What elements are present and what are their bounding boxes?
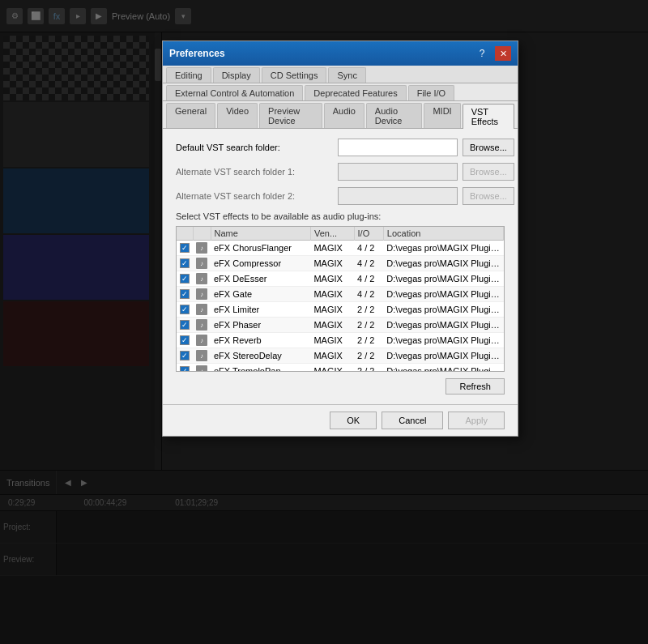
tab-audio[interactable]: Audio [324, 103, 364, 128]
ok-button[interactable]: OK [330, 412, 377, 429]
alt-vst2-input[interactable] [338, 187, 458, 205]
tabs-row-3: General Video Preview Device Audio Audio… [163, 101, 518, 129]
tab-external-control[interactable]: External Control & Automation [166, 85, 303, 100]
tab-video[interactable]: Video [217, 103, 258, 128]
checkbox-cell[interactable]: ✓ [177, 302, 193, 318]
vst-checkbox[interactable]: ✓ [180, 305, 190, 314]
vst-checkbox[interactable]: ✓ [180, 243, 190, 253]
refresh-btn-row: Refresh [176, 378, 505, 395]
th-io: I/O [354, 227, 383, 241]
plugin-icon: ♪ [196, 304, 207, 315]
plugin-icon-cell: ♪ [193, 271, 211, 287]
vst-checkbox[interactable]: ✓ [180, 335, 190, 345]
dialog-title: Preferences [169, 48, 225, 59]
vst-table-body: ✓ ♪ eFX ChorusFlanger MAGIX 4 / 2 D:\veg… [177, 241, 504, 373]
plugin-location: D:\vegas pro\MAGIX Plugins\es [383, 241, 503, 256]
table-row[interactable]: ✓ ♪ eFX StereoDelay MAGIX 2 / 2 D:\vegas… [177, 348, 504, 364]
tab-vst-effects[interactable]: VST Effects [463, 104, 514, 129]
vst-table-container[interactable]: Name Ven... I/O Location ✓ ♪ [176, 226, 505, 372]
tabs-row-2: External Control & Automation Deprecated… [163, 83, 518, 101]
apply-button[interactable]: Apply [448, 412, 505, 429]
table-row[interactable]: ✓ ♪ eFX Limiter MAGIX 2 / 2 D:\vegas pro… [177, 302, 504, 318]
plugin-icon: ♪ [196, 242, 207, 254]
default-vst-input[interactable] [338, 139, 458, 156]
table-row[interactable]: ✓ ♪ eFX Compressor MAGIX 4 / 2 D:\vegas … [177, 256, 504, 271]
tab-file-io[interactable]: File I/O [408, 85, 454, 100]
tab-display[interactable]: Display [213, 67, 260, 83]
checkbox-cell[interactable]: ✓ [177, 271, 193, 287]
plugin-name: eFX StereoDelay [211, 348, 310, 364]
refresh-button[interactable]: Refresh [446, 378, 505, 395]
plugin-vendor: MAGIX [310, 364, 354, 373]
plugin-name: eFX Reverb [211, 333, 310, 348]
tab-general[interactable]: General [166, 103, 215, 128]
th-vendor: Ven... [310, 227, 354, 241]
help-icon-btn[interactable]: ? [475, 47, 488, 60]
tab-midi[interactable]: MIDI [424, 103, 460, 128]
close-button[interactable]: ✕ [495, 46, 511, 61]
checkbox-cell[interactable]: ✓ [177, 241, 193, 256]
plugin-io: 2 / 2 [354, 364, 383, 373]
default-vst-row: Default VST search folder: Browse... [176, 139, 505, 156]
check-mark: ✓ [181, 305, 188, 313]
checkbox-cell[interactable]: ✓ [177, 318, 193, 333]
tab-editing[interactable]: Editing [166, 67, 211, 83]
alt-vst2-label: Alternate VST search folder 2: [176, 191, 338, 201]
vst-checkbox[interactable]: ✓ [180, 289, 190, 299]
vst-checkbox[interactable]: ✓ [180, 366, 190, 372]
alt-vst1-input[interactable] [338, 163, 458, 181]
default-vst-label: Default VST search folder: [176, 143, 338, 152]
vst-table: Name Ven... I/O Location ✓ ♪ [177, 227, 504, 372]
plugin-location: D:\vegas pro\MAGIX Plugins\es [383, 318, 503, 333]
browse-btn-1[interactable]: Browse... [463, 139, 514, 156]
tab-sync[interactable]: Sync [328, 67, 365, 83]
th-location: Location [383, 227, 503, 241]
plugin-icon: ♪ [196, 365, 207, 372]
table-row[interactable]: ✓ ♪ eFX DeEsser MAGIX 4 / 2 D:\vegas pro… [177, 271, 504, 287]
checkbox-cell[interactable]: ✓ [177, 256, 193, 271]
plugin-vendor: MAGIX [310, 287, 354, 302]
cancel-button[interactable]: Cancel [382, 412, 443, 429]
browse-btn-3[interactable]: Browse... [463, 187, 514, 205]
plugin-icon: ♪ [196, 350, 207, 361]
table-row[interactable]: ✓ ♪ eFX Reverb MAGIX 2 / 2 D:\vegas pro\… [177, 333, 504, 348]
vst-checkbox[interactable]: ✓ [180, 274, 190, 284]
plugin-vendor: MAGIX [310, 241, 354, 256]
tab-deprecated[interactable]: Deprecated Features [305, 85, 406, 100]
dialog-titlebar: Preferences ? ✕ [163, 41, 518, 66]
dialog-overlay: Preferences ? ✕ Editing Display CD Setti… [0, 0, 648, 644]
plugin-name: eFX DeEsser [211, 271, 310, 287]
alt-vst1-label: Alternate VST search folder 1: [176, 167, 338, 177]
plugin-name: eFX Compressor [211, 256, 310, 271]
checkbox-cell[interactable]: ✓ [177, 348, 193, 364]
tabs-row-1: Editing Display CD Settings Sync [163, 66, 518, 83]
checkbox-cell[interactable]: ✓ [177, 287, 193, 302]
vst-checkbox[interactable]: ✓ [180, 351, 190, 360]
th-name: Name [211, 227, 310, 241]
browse-btn-2[interactable]: Browse... [463, 163, 514, 181]
vst-checkbox[interactable]: ✓ [180, 320, 190, 330]
check-mark: ✓ [181, 275, 188, 283]
plugin-icon: ♪ [196, 288, 207, 300]
plugin-location: D:\vegas pro\MAGIX Plugins\es [383, 333, 503, 348]
table-row[interactable]: ✓ ♪ eFX Phaser MAGIX 2 / 2 D:\vegas pro\… [177, 318, 504, 333]
table-row[interactable]: ✓ ♪ eFX Gate MAGIX 4 / 2 D:\vegas pro\MA… [177, 287, 504, 302]
table-row[interactable]: ✓ ♪ eFX ChorusFlanger MAGIX 4 / 2 D:\veg… [177, 241, 504, 256]
tab-preview-device[interactable]: Preview Device [259, 103, 322, 128]
plugin-name: eFX Phaser [211, 318, 310, 333]
th-check [177, 227, 193, 241]
checkbox-cell[interactable]: ✓ [177, 333, 193, 348]
plugin-io: 4 / 2 [354, 287, 383, 302]
preferences-dialog: Preferences ? ✕ Editing Display CD Setti… [162, 41, 518, 437]
plugin-io: 2 / 2 [354, 348, 383, 364]
plugin-vendor: MAGIX [310, 318, 354, 333]
checkbox-cell[interactable]: ✓ [177, 364, 193, 373]
tab-cd-settings[interactable]: CD Settings [262, 67, 327, 83]
alt-vst1-row: Alternate VST search folder 1: Browse... [176, 163, 505, 181]
plugin-location: D:\vegas pro\MAGIX Plugins\es [383, 348, 503, 364]
plugin-io: 2 / 2 [354, 318, 383, 333]
tab-audio-device[interactable]: Audio Device [366, 103, 423, 128]
th-icon [193, 227, 211, 241]
vst-checkbox[interactable]: ✓ [180, 258, 190, 268]
table-row[interactable]: ✓ ♪ eFX TremoloPan MAGIX 2 / 2 D:\vegas … [177, 364, 504, 373]
